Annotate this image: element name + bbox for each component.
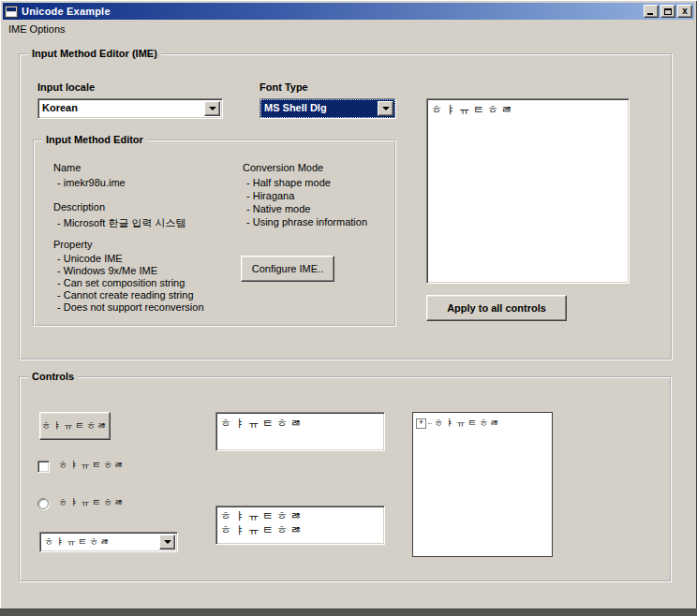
- description-label: Description: [53, 201, 105, 213]
- maximize-icon: [664, 8, 672, 15]
- property-item: - Does not support reconversion: [57, 301, 204, 313]
- ime-details-title: Input Method Editor: [42, 134, 147, 145]
- sample-edit-1[interactable]: ㅎㅑㅠㅌㅎㅀ: [215, 412, 385, 451]
- tree-item-label: ㅎㅑㅠㅌㅎㅀ: [434, 417, 501, 430]
- ime-groupbox-title: Input Method Editor (IME): [28, 48, 161, 59]
- conversion-item: - Half shape mode: [246, 177, 331, 188]
- input-locale-value: Korean: [38, 99, 222, 118]
- maximize-button[interactable]: [660, 5, 675, 18]
- property-label: Property: [53, 239, 93, 250]
- conversion-item: - Hiragana: [246, 190, 294, 201]
- sample-edit-2[interactable]: ㅎㅑㅠㅌㅎㅀ ㅎㅑㅠㅌㅎㅀ: [215, 506, 385, 545]
- property-item: - Windows 9x/Me IME: [57, 265, 157, 276]
- apply-to-all-controls-button[interactable]: Apply to all controls: [426, 295, 567, 321]
- tree-expand-button[interactable]: +: [416, 418, 426, 429]
- conversion-item: - Using phrase information: [246, 216, 367, 227]
- font-type-dropdown-button[interactable]: [378, 101, 393, 116]
- ime-details-groupbox: Input Method Editor Name - imekr98u.ime …: [33, 139, 396, 327]
- ime-groupbox: Input Method Editor (IME) Input locale K…: [19, 53, 673, 360]
- app-window-icon: [5, 6, 18, 18]
- sample-radio[interactable]: [37, 498, 49, 509]
- font-type-combobox[interactable]: MS Shell Dlg: [260, 98, 396, 119]
- chevron-down-icon: [209, 107, 216, 110]
- chevron-down-icon: [382, 107, 390, 110]
- tree-item[interactable]: + ㅎㅑㅠㅌㅎㅀ: [415, 415, 550, 432]
- menu-bar: IME Options: [3, 20, 694, 37]
- minimize-icon: [647, 13, 653, 15]
- property-item: - Cannot create reading string: [57, 289, 194, 301]
- minimize-button[interactable]: [644, 5, 659, 18]
- property-item: - Unicode IME: [57, 253, 123, 264]
- input-locale-dropdown-button[interactable]: [204, 101, 220, 116]
- font-type-value: MS Shell Dlg: [260, 99, 395, 118]
- window-title: Unicode Example: [18, 6, 644, 17]
- property-item: - Can set composition string: [57, 277, 185, 288]
- controls-groupbox: Controls ㅎㅑㅠㅌㅎㅀ ㅎㅑㅠㅌㅎㅀ ㅎㅑㅠㅌㅎㅀ ㅎㅑㅠㅌㅎㅀ ㅎㅑㅠ…: [19, 376, 672, 582]
- sample-radio-label[interactable]: ㅎㅑㅠㅌㅎㅀ: [58, 496, 126, 509]
- preview-text: ㅎㅑㅠㅌㅎㅀ: [431, 103, 515, 116]
- close-button[interactable]: x: [677, 5, 692, 18]
- close-icon: x: [682, 7, 688, 16]
- description-value: - Microsoft 한글 입력 시스템: [57, 216, 186, 230]
- sample-edit-2-line: ㅎㅑㅠㅌㅎㅀ: [220, 509, 380, 523]
- unicode-example-window: Unicode Example x IME Options Input Meth…: [0, 0, 697, 616]
- chevron-down-icon: [164, 540, 171, 544]
- conversion-mode-label: Conversion Mode: [243, 162, 323, 173]
- titlebar[interactable]: Unicode Example x: [3, 3, 694, 20]
- controls-groupbox-title: Controls: [28, 371, 78, 382]
- conversion-item: - Native mode: [246, 203, 310, 214]
- name-label: Name: [53, 162, 81, 173]
- menu-ime-options[interactable]: IME Options: [3, 22, 71, 37]
- titlebar-buttons: x: [644, 5, 692, 18]
- sample-button[interactable]: ㅎㅑㅠㅌㅎㅀ: [39, 412, 111, 440]
- ime-preview-textarea[interactable]: ㅎㅑㅠㅌㅎㅀ: [426, 98, 630, 284]
- sample-checkbox[interactable]: [37, 461, 50, 473]
- configure-ime-button[interactable]: Configure IME..: [241, 256, 334, 282]
- name-value: - imekr98u.ime: [57, 177, 126, 188]
- font-type-label: Font Type: [260, 81, 308, 93]
- window-bottom-border: [0, 609, 697, 616]
- tree-connector: [428, 423, 432, 424]
- sample-treeview[interactable]: + ㅎㅑㅠㅌㅎㅀ: [412, 412, 553, 557]
- sample-edit-1-text: ㅎㅑㅠㅌㅎㅀ: [220, 417, 304, 430]
- sample-edit-2-line: ㅎㅑㅠㅌㅎㅀ: [220, 523, 380, 537]
- sample-checkbox-label[interactable]: ㅎㅑㅠㅌㅎㅀ: [58, 459, 126, 472]
- sample-combobox[interactable]: ㅎㅑㅠㅌㅎㅀ: [39, 532, 178, 552]
- sample-combobox-value: ㅎㅑㅠㅌㅎㅀ: [40, 533, 177, 551]
- sample-combobox-dropdown-button[interactable]: [159, 535, 175, 550]
- sample-button-label: ㅎㅑㅠㅌㅎㅀ: [41, 419, 109, 433]
- input-locale-combobox[interactable]: Korean: [37, 98, 223, 119]
- input-locale-label: Input locale: [37, 81, 95, 93]
